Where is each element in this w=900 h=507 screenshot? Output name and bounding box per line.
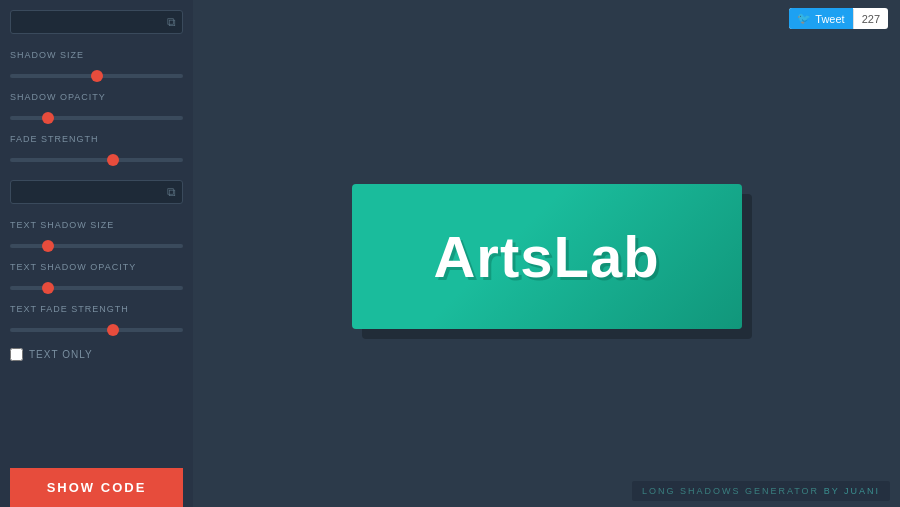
tweet-count: 227 [853, 9, 888, 29]
shadow-opacity-slider[interactable] [10, 116, 183, 120]
sidebar: #222D3A ⧉ SHADOW SIZE SHADOW OPACITY FAD… [0, 0, 193, 507]
text-shadow-opacity-label: TEXT SHADOW OPACITY [10, 262, 183, 272]
shadow-size-slider[interactable] [10, 74, 183, 78]
shadow-opacity-label: SHADOW OPACITY [10, 92, 183, 102]
footer-author: BY JUANI [824, 486, 880, 496]
text-shadow-opacity-row: TEXT SHADOW OPACITY [10, 256, 183, 294]
text-shadow-size-row: TEXT SHADOW SIZE [10, 214, 183, 252]
header: 🐦 Tweet 227 [193, 0, 900, 37]
text-shadow-size-slider[interactable] [10, 244, 183, 248]
show-code-button[interactable]: SHOW CODE [10, 468, 183, 507]
fade-strength-row: FADE STRENGTH [10, 128, 183, 166]
footer-label: LONG SHADOWS GENERATOR BY JUANI [632, 481, 890, 501]
artslab-title: ArtsLab [433, 223, 659, 290]
text-shadow-size-label: TEXT SHADOW SIZE [10, 220, 183, 230]
text-only-checkbox[interactable] [10, 348, 23, 361]
shadow-size-label: SHADOW SIZE [10, 50, 183, 60]
text-only-label: TEXT ONLY [29, 349, 93, 360]
tweet-button[interactable]: 🐦 Tweet 227 [789, 8, 888, 29]
artslab-card: ArtsLab [352, 184, 742, 329]
main-area: 🐦 Tweet 227 ArtsLab LONG SHADOWS GENERAT… [193, 0, 900, 507]
text-color-row: #18a085 ⧉ [10, 180, 183, 204]
fade-strength-label: FADE STRENGTH [10, 134, 183, 144]
text-only-row: TEXT ONLY [10, 348, 183, 361]
text-shadow-opacity-slider[interactable] [10, 286, 183, 290]
text-fade-strength-label: TEXT FADE STRENGTH [10, 304, 183, 314]
footer: LONG SHADOWS GENERATOR BY JUANI [193, 475, 900, 507]
shadow-opacity-row: SHADOW OPACITY [10, 86, 183, 124]
copy-text-icon[interactable]: ⧉ [167, 185, 176, 199]
text-fade-strength-row: TEXT FADE STRENGTH [10, 298, 183, 336]
tweet-label-part: 🐦 Tweet [789, 8, 852, 29]
shadow-size-row: SHADOW SIZE [10, 44, 183, 82]
text-color-input[interactable]: #18a085 [17, 185, 137, 199]
bg-color-row: #222D3A ⧉ [10, 10, 183, 34]
twitter-bird-icon: 🐦 [797, 12, 811, 25]
text-fade-strength-slider[interactable] [10, 328, 183, 332]
copy-bg-icon[interactable]: ⧉ [167, 15, 176, 29]
tweet-label: Tweet [815, 13, 844, 25]
footer-title: LONG SHADOWS GENERATOR [642, 486, 819, 496]
bg-color-input[interactable]: #222D3A [17, 15, 137, 29]
fade-strength-slider[interactable] [10, 158, 183, 162]
canvas-area: ArtsLab [193, 37, 900, 475]
